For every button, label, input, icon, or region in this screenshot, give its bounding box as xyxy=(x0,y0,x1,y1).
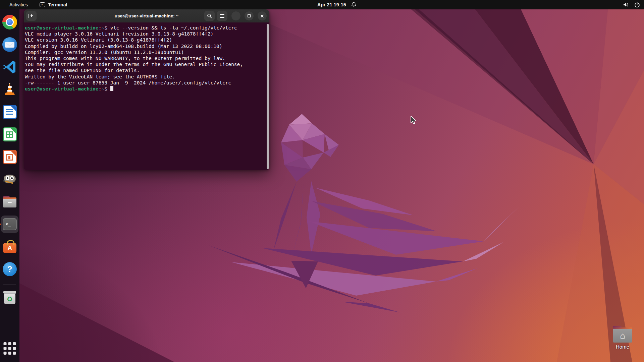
dock-item-libreoffice-writer[interactable] xyxy=(2,104,17,120)
terminal-prompt-line: user@user-virtual-machine:~$vlc --versio… xyxy=(25,25,266,31)
prompt-user-host: user@user-virtual-machine xyxy=(25,25,99,31)
desktop-home-folder[interactable]: ⌂ Home xyxy=(610,326,635,350)
dock-separator xyxy=(3,285,16,285)
dock-item-libreoffice-calc[interactable] xyxy=(2,127,17,142)
trash-icon: ♻ xyxy=(3,291,16,304)
house-glyph: ⌂ xyxy=(613,329,632,343)
prompt-user-host: user@user-virtual-machine xyxy=(25,86,99,92)
power-icon[interactable] xyxy=(634,2,640,8)
libreoffice-impress-icon xyxy=(3,150,17,164)
menu-button[interactable] xyxy=(217,11,227,21)
show-applications-button[interactable] xyxy=(4,342,16,355)
clock-menu[interactable]: Apr 21 19:15 xyxy=(317,0,357,9)
system-status-area xyxy=(623,0,640,9)
terminal-icon: >_ xyxy=(3,218,17,230)
dock: >_ A ? ♻ xyxy=(0,9,19,362)
prompt-path: ~ xyxy=(101,25,104,31)
typed-command: vlc --version && ls -la ~/.config/vlc/vl… xyxy=(110,25,237,31)
ubuntu-software-icon: A xyxy=(3,243,16,253)
terminal-scrollbar[interactable] xyxy=(267,24,269,169)
ubuntu-desktop: { "topbar": { "activities": "Activities"… xyxy=(0,0,644,362)
new-tab-icon xyxy=(29,14,34,18)
window-controls xyxy=(202,9,267,22)
text-cursor-block xyxy=(110,86,113,91)
search-icon xyxy=(207,13,212,18)
minimize-icon xyxy=(234,16,238,16)
terminal-output-line: You may redistribute it under the terms … xyxy=(25,61,266,67)
maximize-icon xyxy=(248,14,251,17)
recycle-glyph: ♻ xyxy=(4,294,15,304)
vlc-icon xyxy=(2,82,17,97)
close-icon xyxy=(260,14,264,18)
close-button[interactable] xyxy=(258,11,267,20)
dock-item-trash[interactable]: ♻ xyxy=(2,290,17,305)
terminal-window: user@user-virtual-machine: ~ user@user-v… xyxy=(24,9,269,170)
files-icon xyxy=(2,196,17,207)
dock-item-terminal[interactable]: >_ xyxy=(2,217,17,232)
minimize-button[interactable] xyxy=(231,11,240,20)
terminal-prompt-line: user@user-virtual-machine:~$ xyxy=(25,86,266,92)
terminal-content[interactable]: user@user-virtual-machine:~$vlc --versio… xyxy=(24,22,269,170)
dock-item-ubuntu-software[interactable]: A xyxy=(2,239,17,254)
dock-item-chrome[interactable] xyxy=(2,14,17,30)
dock-item-libreoffice-impress[interactable] xyxy=(2,149,17,165)
terminal-output-line: VLC media player 3.0.16 Vetinari (revisi… xyxy=(25,31,266,37)
dock-item-files[interactable] xyxy=(2,194,17,209)
activities-button[interactable]: Activities xyxy=(7,0,31,9)
dock-item-vscode[interactable] xyxy=(2,59,17,75)
thunderbird-icon xyxy=(2,37,17,52)
volume-icon[interactable] xyxy=(623,2,629,7)
gimp-icon xyxy=(2,173,17,186)
search-button[interactable] xyxy=(204,11,215,21)
focused-app-menu[interactable]: > Terminal xyxy=(40,0,67,9)
terminal-output-line: This program comes with NO WARRANTY, to … xyxy=(25,55,266,61)
prompt-path: ~ xyxy=(101,86,104,92)
maximize-button[interactable] xyxy=(245,11,254,20)
libreoffice-writer-icon xyxy=(3,105,17,119)
libreoffice-calc-icon xyxy=(3,127,17,141)
help-icon: ? xyxy=(3,262,17,276)
terminal-app-icon: > xyxy=(40,2,45,7)
hamburger-icon xyxy=(220,14,224,18)
clock-label: Apr 21 19:15 xyxy=(317,2,346,7)
notification-bell-icon xyxy=(351,2,357,8)
terminal-output-line: -rw------- 1 user user 87653 Jan 9 2024 … xyxy=(25,80,266,86)
terminal-output-line: Written by the VideoLAN team; see the AU… xyxy=(25,74,266,80)
terminal-output-line: Compiled by buildd on lcy02-amd64-108.bu… xyxy=(25,43,266,49)
dock-item-vlc[interactable] xyxy=(2,82,17,97)
terminal-titlebar[interactable]: user@user-virtual-machine: ~ xyxy=(24,9,269,22)
activities-label: Activities xyxy=(9,2,28,7)
terminal-output-line: see the file named COPYING for details. xyxy=(25,67,266,73)
dock-item-thunderbird[interactable] xyxy=(2,37,17,52)
dock-item-help[interactable]: ? xyxy=(2,261,17,277)
vscode-icon xyxy=(2,60,17,74)
home-folder-icon: ⌂ xyxy=(613,326,632,343)
chrome-icon xyxy=(2,15,17,29)
dock-item-gimp[interactable] xyxy=(2,172,17,187)
terminal-output-line: VLC version 3.0.16 Vetinari (3.0.13-8-g4… xyxy=(25,37,266,43)
focused-app-name: Terminal xyxy=(48,2,67,7)
top-bar: Activities > Terminal Apr 21 19:15 xyxy=(0,0,644,9)
new-tab-button[interactable] xyxy=(26,11,37,21)
terminal-output-line: Compiler: gcc version 11.2.0 (Ubuntu 11.… xyxy=(25,49,266,55)
home-folder-label: Home xyxy=(610,344,635,350)
